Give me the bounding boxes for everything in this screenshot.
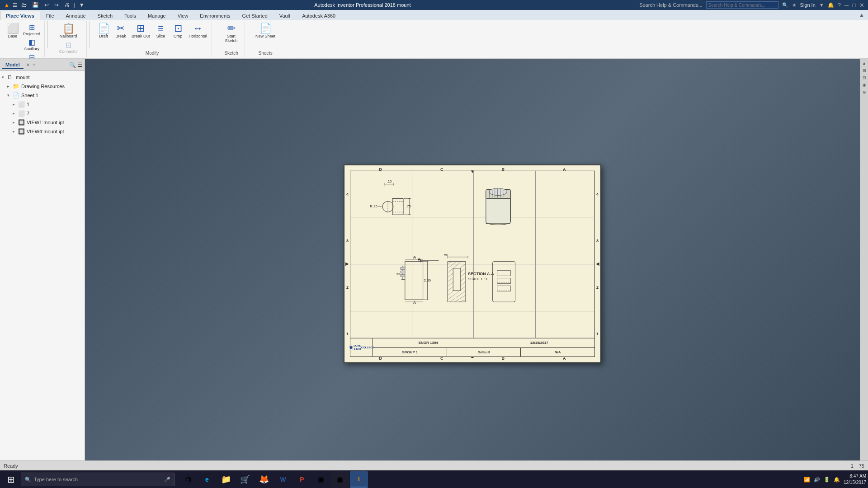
tab-model[interactable]: Model (2, 61, 24, 69)
tab-view[interactable]: View (172, 11, 194, 20)
row-2-right: 2 (596, 285, 599, 289)
right-btn-1[interactable]: ▲ (861, 60, 868, 66)
taskbar-mic-icon[interactable]: 🎤 (164, 477, 170, 483)
svg-line-57 (448, 262, 457, 268)
tree-item-mount[interactable]: ▾ 🗋 mount (0, 73, 85, 82)
expand-sheet1-icon: ▾ (7, 93, 13, 98)
taskbar-notification-icon[interactable]: 🔔 (834, 477, 840, 483)
taskbar-firefox[interactable]: 🦊 (255, 471, 273, 488)
qa-print-icon[interactable]: 🖨 (63, 1, 71, 9)
crop-button[interactable]: ⊡ Crop (170, 23, 186, 39)
tab-tools[interactable]: Tools (118, 11, 142, 20)
tree-item-7[interactable]: ▸ ⬜ 7 (0, 109, 85, 118)
tab-close-icon[interactable]: ✕ (26, 62, 30, 67)
tree-item-sheet1[interactable]: ▾ 📄 Sheet:1 (0, 91, 85, 100)
taskbar-task-view[interactable]: ⧉ (179, 471, 197, 488)
slice-button[interactable]: ≡ Slice (153, 23, 169, 39)
crop-label: Crop (174, 34, 183, 38)
taskbar-store[interactable]: 🛒 (236, 471, 254, 488)
sep2 (90, 21, 90, 48)
tab-sketch[interactable]: Sketch (92, 11, 119, 20)
taskbar-word[interactable]: W (274, 471, 292, 488)
nailboard-button[interactable]: 📋 Nailboard (58, 23, 79, 39)
svg-text:A: A (413, 255, 416, 259)
tree-item-view1[interactable]: ▸ 🔲 VIEW1:mount.ipt (0, 118, 85, 127)
start-sketch-button[interactable]: ✏ StartSketch (223, 23, 240, 44)
item1-label: 1 (27, 102, 29, 107)
model-tree: ▾ 🗋 mount ▸ 📁 Drawing Resources ▾ 📄 Shee… (0, 71, 85, 460)
volume-icon[interactable]: 🔊 (814, 477, 820, 483)
qa-separator: | (74, 2, 75, 8)
titlebar-right: Search Help & Commands... 🔍 ★ Sign In ▼ … (639, 1, 864, 9)
canvas-area[interactable]: D C B A D C B A 4 3 2 1 4 3 (85, 59, 860, 460)
connector-icon: ⊡ (66, 41, 71, 49)
qa-more-icon[interactable]: ▼ (78, 1, 86, 9)
notification-icon[interactable]: 🔔 (828, 2, 834, 8)
section-aa-label: SECTION A-A (468, 272, 494, 276)
app-menu-icon[interactable]: ☰ (13, 2, 17, 8)
tab-place-views[interactable]: Place Views (0, 11, 40, 20)
right-btn-4[interactable]: ◉ (861, 82, 868, 88)
taskbar-search-box[interactable]: 🔍 Type here to search 🎤 (21, 473, 175, 486)
qa-undo-icon[interactable]: ↩ (43, 1, 50, 9)
new-sheet-label: New Sheet (255, 34, 275, 38)
tab-annotate[interactable]: Annotate (60, 11, 92, 20)
tab-manage[interactable]: Manage (142, 11, 172, 20)
auxiliary-button[interactable]: ◧ Auxiliary (22, 38, 42, 52)
tree-item-drawing-resources[interactable]: ▸ 📁 Drawing Resources (0, 82, 85, 91)
drawing-sheet[interactable]: D C B A D C B A 4 3 2 1 4 3 (344, 164, 601, 363)
right-btn-5[interactable]: ⊕ (861, 89, 868, 95)
right-btn-2[interactable]: ⊞ (861, 67, 868, 74)
tab-a360[interactable]: Autodesk A360 (296, 11, 341, 20)
taskbar-powerpoint[interactable]: P (293, 471, 311, 488)
star-icon[interactable]: ★ (792, 2, 797, 8)
min-button[interactable]: ─ (844, 2, 849, 9)
base-button[interactable]: ⬜ Base (5, 23, 21, 39)
base-label: Base (8, 34, 18, 38)
tab-vault[interactable]: Vault (274, 11, 296, 20)
windows-start-button[interactable]: ⊞ (2, 471, 20, 488)
mount-file-icon: 🗋 (7, 74, 14, 80)
taskbar-edge[interactable]: e (198, 471, 216, 488)
break-out-button[interactable]: ⊞ Break Out (130, 23, 152, 39)
ribbon-expand-icon[interactable]: ▲ (859, 12, 864, 18)
battery-icon: 🔋 (824, 477, 830, 483)
max-button[interactable]: □ (852, 2, 856, 9)
taskbar-chrome[interactable]: ◉ (312, 471, 330, 488)
search-help-input[interactable] (706, 1, 778, 9)
tab-get-started[interactable]: Get Started (236, 11, 274, 20)
qa-redo-icon[interactable]: ↪ (53, 1, 60, 9)
new-sheet-button[interactable]: 📄 New Sheet (254, 23, 277, 39)
network-icon[interactable]: 📶 (804, 477, 810, 483)
qa-save-icon[interactable]: 💾 (31, 1, 40, 9)
right-btn-3[interactable]: ⊟ (861, 75, 868, 81)
projected-button[interactable]: ⊞ Projected (22, 23, 42, 37)
tab-environments[interactable]: Environments (194, 11, 236, 20)
sheet1-label: Sheet:1 (21, 93, 38, 98)
taskbar-time-display: 8:47 AM (844, 473, 866, 479)
svg-rect-36 (405, 262, 423, 300)
taskbar-clock[interactable]: 8:47 AM 12/15/2017 (844, 473, 866, 486)
qa-new-icon[interactable]: 🗁 (20, 1, 28, 9)
taskbar-date-display: 12/15/2017 (844, 479, 866, 486)
right-arrow: ◀ (596, 261, 599, 266)
page-indicator: 1 (851, 463, 854, 469)
title-block-logo: ★ LONE STAR COLLEGE (350, 338, 373, 357)
taskbar-inventor[interactable]: I (350, 471, 368, 488)
title-block: ★ LONE STAR COLLEGE ENGR 1304 12/15/2017… (350, 338, 595, 357)
taskbar-chrome2[interactable]: ◉ (331, 471, 349, 488)
draft-button[interactable]: 📄 Draft (95, 23, 112, 39)
tab-add-icon[interactable]: + (33, 62, 36, 68)
model-menu-icon[interactable]: ☰ (78, 62, 83, 68)
question-icon[interactable]: ? (838, 2, 841, 9)
break-button[interactable]: ✂ Break (113, 23, 129, 39)
tree-item-view4[interactable]: ▸ 🔲 VIEW4:mount.ipt (0, 127, 85, 136)
horizontal-button[interactable]: ↔ Horizontal (187, 23, 209, 39)
tree-item-1[interactable]: ▸ ⬜ 1 (0, 100, 85, 109)
help-dropdown-icon[interactable]: ▼ (819, 2, 824, 8)
close-button[interactable]: ✕ (859, 2, 864, 9)
model-search-icon[interactable]: 🔍 (69, 62, 76, 68)
taskbar-files[interactable]: 📁 (217, 471, 235, 488)
tab-file[interactable]: File (40, 11, 60, 20)
sign-in-label[interactable]: Sign In (800, 2, 816, 8)
